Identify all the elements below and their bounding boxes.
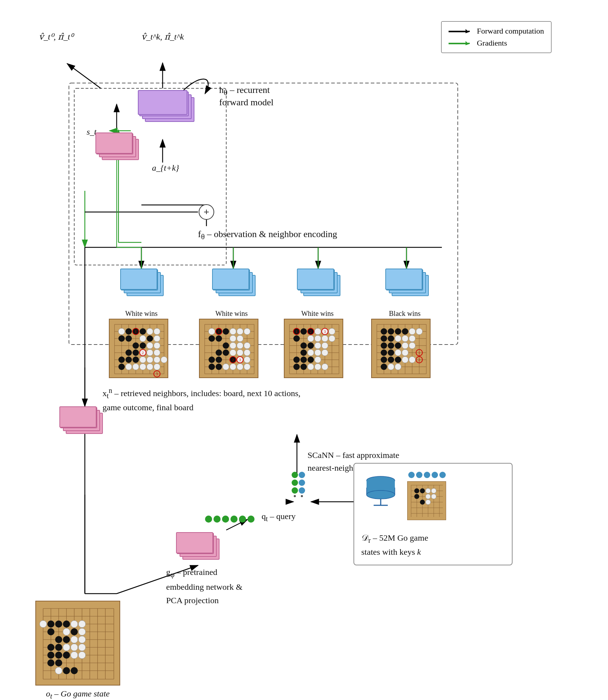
svg-point-138 bbox=[223, 364, 229, 370]
svg-point-220 bbox=[381, 342, 387, 349]
ot-label: ot – Go game state bbox=[46, 689, 110, 700]
svg-point-186 bbox=[315, 349, 321, 356]
svg-point-113 bbox=[223, 328, 229, 335]
svg-point-82 bbox=[147, 357, 153, 363]
svg-point-122 bbox=[209, 364, 215, 370]
svg-point-117 bbox=[216, 349, 222, 356]
legend-gradients-label: Gradients bbox=[477, 39, 507, 48]
svg-point-315 bbox=[63, 620, 70, 628]
database-icon bbox=[365, 474, 397, 510]
white-wins-1: White wins bbox=[113, 310, 170, 318]
svg-point-256 bbox=[222, 516, 229, 523]
svg-point-286 bbox=[414, 494, 419, 499]
svg-point-230 bbox=[416, 328, 422, 335]
svg-point-87 bbox=[147, 364, 153, 370]
svg-point-221 bbox=[388, 342, 394, 349]
svg-line-6 bbox=[67, 64, 101, 88]
svg-point-170 bbox=[300, 349, 307, 356]
svg-point-73 bbox=[154, 328, 160, 335]
svg-point-329 bbox=[40, 620, 47, 628]
svg-point-120 bbox=[216, 357, 222, 363]
svg-point-287 bbox=[420, 500, 425, 505]
ot-board bbox=[35, 601, 120, 687]
svg-point-259 bbox=[247, 516, 255, 523]
svg-point-255 bbox=[214, 516, 221, 523]
svg-point-191 bbox=[322, 364, 328, 370]
svg-point-135 bbox=[244, 349, 250, 356]
svg-point-75 bbox=[140, 335, 146, 342]
svg-point-68 bbox=[133, 357, 139, 363]
svg-point-61 bbox=[125, 335, 132, 342]
svg-point-247 bbox=[292, 480, 298, 486]
svg-point-330 bbox=[71, 620, 78, 628]
svg-text:1: 1 bbox=[218, 330, 220, 334]
board-2: 1 2 3 bbox=[199, 319, 258, 380]
svg-point-239 bbox=[409, 357, 415, 363]
svg-point-182 bbox=[329, 335, 335, 342]
svg-point-64 bbox=[125, 349, 132, 356]
query-label: qt – query bbox=[262, 512, 296, 523]
svg-point-217 bbox=[402, 328, 408, 335]
atk-label: a_{t+k} bbox=[152, 163, 179, 173]
svg-point-188 bbox=[315, 357, 321, 363]
svg-point-132 bbox=[244, 342, 250, 349]
recurrent-model-stack bbox=[138, 90, 198, 133]
scann-vector bbox=[289, 470, 308, 514]
svg-point-251 bbox=[299, 480, 305, 486]
svg-point-270 bbox=[432, 472, 438, 478]
svg-rect-3 bbox=[69, 83, 458, 345]
svg-point-324 bbox=[55, 659, 62, 666]
svg-point-179 bbox=[308, 335, 314, 342]
svg-point-70 bbox=[147, 335, 153, 342]
svg-point-167 bbox=[293, 335, 300, 342]
svg-point-236 bbox=[395, 349, 401, 356]
svg-point-325 bbox=[63, 636, 70, 643]
svg-text:2: 2 bbox=[142, 351, 144, 355]
obs-encoding-label: fθ – observation & neighbor encoding bbox=[198, 229, 337, 241]
svg-point-317 bbox=[55, 636, 62, 643]
svg-point-215 bbox=[388, 328, 394, 335]
svg-point-69 bbox=[118, 364, 125, 370]
svg-point-246 bbox=[292, 472, 298, 478]
dataset-label: 𝒟r – 52M Go gamestates with keys k bbox=[361, 531, 428, 558]
svg-point-237 bbox=[402, 349, 408, 356]
svg-point-257 bbox=[230, 516, 238, 523]
svg-point-183 bbox=[315, 342, 321, 349]
legend-gradients: Gradients bbox=[449, 39, 544, 48]
svg-point-254 bbox=[205, 516, 212, 523]
svg-point-129 bbox=[237, 335, 243, 342]
plus-circle: + bbox=[199, 204, 214, 220]
svg-point-335 bbox=[78, 636, 86, 643]
svg-point-66 bbox=[118, 357, 125, 363]
svg-point-332 bbox=[63, 628, 70, 635]
svg-point-180 bbox=[315, 335, 321, 342]
svg-point-222 bbox=[395, 342, 401, 349]
svg-point-314 bbox=[55, 620, 62, 628]
gradient-arrow-icon bbox=[449, 43, 470, 44]
svg-point-334 bbox=[78, 628, 86, 635]
svg-point-131 bbox=[237, 342, 243, 349]
blue-stack-1 bbox=[120, 269, 166, 302]
svg-point-214 bbox=[381, 328, 387, 335]
svg-point-225 bbox=[381, 357, 387, 363]
svg-point-227 bbox=[395, 357, 401, 363]
svg-point-340 bbox=[78, 652, 86, 659]
svg-point-232 bbox=[402, 335, 408, 342]
svg-point-119 bbox=[209, 357, 215, 363]
legend-box: Forward computation Gradients bbox=[441, 21, 551, 53]
svg-point-137 bbox=[244, 357, 250, 363]
white-wins-2: White wins bbox=[203, 310, 260, 318]
svg-point-123 bbox=[216, 364, 222, 370]
svg-text:2: 2 bbox=[310, 330, 312, 334]
svg-point-65 bbox=[133, 349, 139, 356]
svg-point-338 bbox=[63, 644, 70, 651]
svg-point-233 bbox=[409, 335, 415, 342]
svg-point-63 bbox=[140, 342, 146, 349]
svg-point-88 bbox=[154, 364, 160, 370]
svg-point-118 bbox=[223, 349, 229, 356]
svg-text:1: 1 bbox=[296, 330, 298, 334]
blue-stack-3 bbox=[297, 269, 343, 302]
svg-point-231 bbox=[395, 335, 401, 342]
svg-point-86 bbox=[140, 364, 146, 370]
svg-text:3: 3 bbox=[239, 358, 241, 362]
